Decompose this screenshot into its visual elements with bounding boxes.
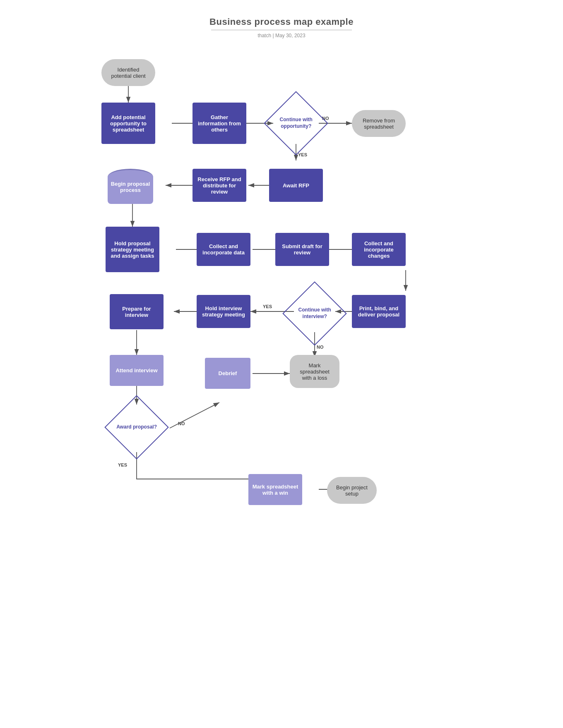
prepare-interview-node: Prepare for interview (110, 294, 164, 329)
gather-info-node: Gather information from others (192, 103, 246, 144)
svg-text:YES: YES (263, 304, 272, 309)
header-divider (211, 30, 352, 30)
identified-client-node: Identified potential client (101, 59, 155, 86)
remove-spreadsheet-node: Remove from spreadsheet (352, 110, 406, 137)
debrief-node: Debrief (205, 358, 250, 389)
svg-text:NO: NO (178, 421, 185, 426)
svg-text:NO: NO (317, 345, 324, 350)
mark-loss-node: Mark spreadsheet with a loss (290, 355, 339, 388)
author: thatch (257, 33, 271, 38)
header: Business process map example thatch | Ma… (0, 0, 563, 43)
begin-proposal-node: Begin proposal process (108, 169, 153, 204)
svg-text:YES: YES (298, 152, 307, 157)
add-opportunity-node: Add potential opportunity to spreadsheet (101, 103, 155, 144)
svg-text:YES: YES (118, 462, 127, 467)
flowchart: NO YES YES (54, 43, 509, 725)
continue-opportunity-diamond: Continue with opportunity? (264, 91, 328, 156)
await-rfp-node: Await RFP (269, 169, 323, 202)
begin-project-node: Begin project setup (327, 477, 377, 504)
collect-data-node: Collect and incorporate data (197, 233, 250, 266)
mark-win-node: Mark spreadsheet with a win (248, 474, 302, 505)
date: May 30, 2023 (275, 33, 306, 38)
hold-proposal-meeting-node: Hold proposal strategy meeting and assig… (106, 227, 159, 272)
award-proposal-diamond: Award proposal? (104, 395, 169, 460)
attend-interview-node: Attend interview (110, 355, 164, 386)
header-meta: thatch | May 30, 2023 (0, 33, 563, 38)
page-title: Business process map example (0, 17, 563, 27)
continue-interview-diamond: Continue with interview? (282, 281, 347, 346)
hold-interview-meeting-node: Hold interview strategy meeting (197, 295, 250, 328)
collect-changes-node: Collect and incorporate changes (352, 233, 406, 266)
print-deliver-node: Print, bind, and deliver proposal (352, 295, 406, 328)
receive-rfp-node: Receive RFP and distribute for review (192, 169, 246, 202)
page: Business process map example thatch | Ma… (0, 0, 563, 728)
svg-line-24 (170, 402, 219, 428)
submit-draft-node: Submit draft for review (275, 233, 329, 266)
